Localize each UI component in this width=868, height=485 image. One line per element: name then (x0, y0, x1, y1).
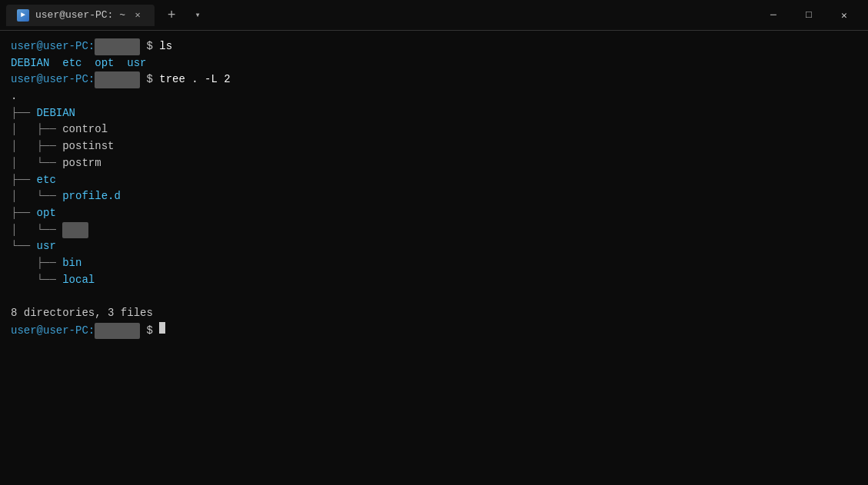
tree-line-opt-child: │ └── (11, 222, 857, 239)
prompt-path-blurred-3 (95, 323, 140, 340)
tree-name: usr (37, 238, 56, 255)
tree-name-blurred (62, 222, 88, 239)
tree-blank (11, 288, 857, 305)
tab-dropdown-button[interactable]: ▾ (188, 6, 207, 25)
close-button[interactable]: ✕ (826, 0, 862, 31)
tree-dot: . (11, 88, 17, 105)
tree-line-profiled: │ └── profile.d (11, 188, 857, 205)
branch: ├── (11, 105, 37, 122)
tree-name: postrm (62, 155, 101, 172)
dir-etc: etc (62, 55, 81, 72)
tree-name: etc (37, 172, 56, 189)
tree-line-local: └── local (11, 272, 857, 289)
command-line-3: user@user-PC: $ (11, 322, 857, 340)
command-text-2: tree . -L 2 (159, 71, 230, 88)
command-line-2: user@user-PC: $ tree . -L 2 (11, 71, 857, 88)
new-tab-button[interactable]: + (161, 5, 182, 26)
prompt-dollar-2: $ (140, 71, 159, 88)
tree-name: opt (37, 205, 56, 222)
dir-opt: opt (95, 55, 114, 72)
tree-root: . (11, 88, 857, 105)
branch: │ └── (11, 222, 62, 239)
ls-output: DEBIAN etc opt usr (11, 55, 857, 72)
powershell-icon: ► (17, 9, 29, 22)
tree-line-control: │ ├── control (11, 121, 857, 138)
prompt-user: user@user-PC: (11, 38, 95, 55)
tree-name: local (62, 272, 95, 289)
tree-line-bin: ├── bin (11, 255, 857, 272)
branch: │ ├── (11, 121, 62, 138)
tab-label: user@user-PC: ~ (35, 9, 125, 21)
terminal-tab[interactable]: ► user@user-PC: ~ ✕ (6, 5, 155, 26)
tree-line-usr: └── usr (11, 238, 857, 255)
tree-name: control (62, 121, 108, 138)
tab-close-button[interactable]: ✕ (131, 9, 144, 22)
branch: └── (11, 238, 37, 255)
terminal-content: user@user-PC: $ ls DEBIAN etc opt usr us… (0, 31, 868, 485)
tree-name: DEBIAN (37, 105, 75, 122)
tree-line-debian: ├── DEBIAN (11, 105, 857, 122)
branch: ├── (11, 172, 37, 189)
tree-name: profile.d (62, 188, 121, 205)
branch: └── (11, 272, 62, 289)
maximize-button[interactable]: □ (791, 0, 826, 31)
cursor (159, 322, 165, 334)
branch: │ └── (11, 155, 62, 172)
summary-text: 8 directories, 3 files (11, 305, 153, 322)
prompt-user-3: user@user-PC: (11, 323, 95, 340)
prompt-dollar: $ (140, 38, 159, 55)
space (49, 55, 62, 72)
space (114, 55, 127, 72)
prompt-path-blurred-2 (95, 71, 140, 88)
prompt-path-blurred (95, 38, 140, 55)
window-controls: ─ □ ✕ (756, 0, 862, 31)
tree-name: postinst (62, 138, 114, 155)
branch: ├── (11, 255, 62, 272)
tree-summary: 8 directories, 3 files (11, 305, 857, 322)
space (81, 55, 95, 72)
prompt-user-2: user@user-PC: (11, 71, 95, 88)
tree-line-opt: ├── opt (11, 205, 857, 222)
dir-usr: usr (127, 55, 146, 72)
command-line-1: user@user-PC: $ ls (11, 38, 857, 55)
tree-line-postinst: │ ├── postinst (11, 138, 857, 155)
command-text: ls (159, 38, 172, 55)
tree-line-postrm: │ └── postrm (11, 155, 857, 172)
branch: │ ├── (11, 138, 62, 155)
minimize-button[interactable]: ─ (756, 0, 791, 31)
tree-line-etc: ├── etc (11, 172, 857, 189)
prompt-dollar-3: $ (140, 323, 159, 340)
branch: │ └── (11, 188, 62, 205)
titlebar: ► user@user-PC: ~ ✕ + ▾ ─ □ ✕ (0, 0, 868, 31)
dir-debian: DEBIAN (11, 55, 49, 72)
branch: ├── (11, 205, 37, 222)
tree-name: bin (62, 255, 81, 272)
